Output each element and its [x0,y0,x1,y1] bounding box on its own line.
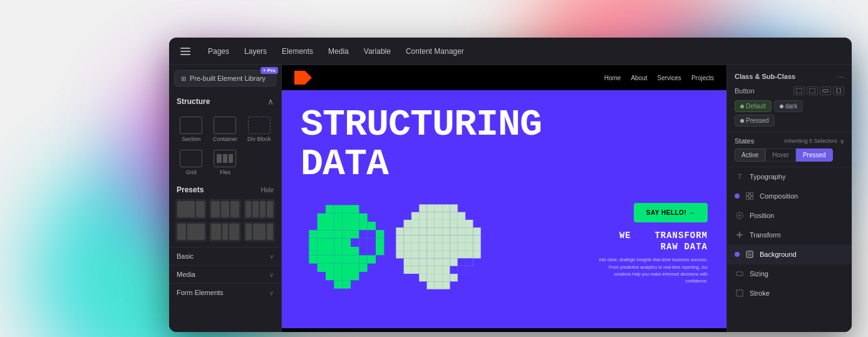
button-type-row: Button [735,86,844,95]
preset-item-1[interactable] [175,199,207,219]
structure-title: Structure [177,97,210,106]
structure-section-header[interactable]: Structure ∧ [169,91,281,111]
struct-item-grid[interactable]: Grid [175,147,207,178]
svg-rect-69 [368,247,376,255]
preset-col [245,201,252,217]
svg-rect-169 [837,88,840,93]
state-btn-hover[interactable]: Hover [765,148,796,162]
prop-stroke[interactable]: Stroke [727,284,852,303]
nav-item-variable[interactable]: Variable [358,44,397,58]
preset-col [260,201,266,217]
struct-item-flex[interactable]: Flex [209,147,240,178]
prop-typography-label: Typography [750,173,844,180]
svg-rect-44 [343,230,351,238]
prop-composition[interactable]: Composition [727,187,852,206]
class-tag-dark[interactable]: dark [774,100,803,112]
button-style-icon-2[interactable] [807,86,818,95]
cta-button[interactable]: SAY HELLO! → [634,203,708,222]
svg-rect-55 [351,255,359,263]
svg-rect-24 [318,239,326,247]
state-btn-active[interactable]: Active [735,148,765,162]
rp-options-button[interactable]: ··· [837,71,844,81]
app-window: Pages Layers Elements Media Variable Con… [169,38,852,332]
struct-section-label: Section [182,136,200,142]
media-section-header[interactable]: Media ∨ [169,266,281,283]
svg-rect-22 [318,222,326,230]
svg-rect-66 [359,239,367,247]
svg-rect-87 [411,266,419,274]
class-tag-default[interactable]: Default [735,100,772,112]
svg-rect-137 [435,266,442,274]
preset-col [253,224,266,240]
preset-col [267,224,273,240]
site-nav-link-about: About [631,75,647,81]
preset-col [211,224,221,240]
svg-rect-162 [450,266,457,274]
nav-item-layers[interactable]: Layers [238,44,273,58]
preset-item-4[interactable] [175,222,207,242]
svg-rect-153 [450,251,457,258]
struct-item-divblock[interactable]: Div Block [244,114,275,145]
prop-position[interactable]: Position [727,206,852,226]
svg-rect-150 [450,227,457,235]
prop-background[interactable]: Background [727,245,852,264]
button-style-icon-1[interactable] [793,86,805,95]
basic-section: Basic ∨ [169,247,281,265]
top-nav: Pages Layers Elements Media Variable Con… [169,38,852,65]
preset-item-5[interactable] [209,222,240,242]
nav-item-elements[interactable]: Elements [276,44,319,58]
presets-hide-button[interactable]: Hide [261,187,274,194]
form-elements-section-header[interactable]: Form Elements ∨ [169,284,281,301]
states-chevron-icon: ∨ [840,138,844,145]
right-panel: Class & Sub-Class ··· Button [726,65,852,332]
hamburger-icon[interactable] [177,43,194,60]
background-expand-dot [735,252,740,257]
class-tag-dark-label: dark [785,103,797,110]
svg-rect-51 [351,222,359,230]
svg-rect-104 [404,243,411,251]
prop-typography[interactable]: T Typography [727,167,852,187]
hero-title-line1: STRUCTURING [301,105,708,145]
svg-rect-120 [419,266,426,274]
struct-item-container[interactable]: Container [209,114,240,145]
preset-item-6[interactable] [244,222,275,242]
preset-item-2[interactable] [209,199,240,219]
svg-rect-39 [334,255,342,263]
svg-rect-68 [359,247,367,255]
class-tag-pressed-label: Pressed [746,117,769,124]
button-style-icon-3[interactable] [820,86,831,95]
class-tag-pressed[interactable]: Pressed [735,115,775,127]
svg-rect-17 [326,272,334,280]
presets-grid [169,197,281,247]
svg-rect-38 [334,247,342,255]
nav-item-media[interactable]: Media [322,44,355,58]
nav-item-content-manager[interactable]: Content Manager [400,44,470,58]
svg-rect-96 [465,243,473,251]
svg-rect-67 [368,239,376,247]
svg-rect-121 [427,212,435,220]
prebuilt-element-library-button[interactable]: ⊞ Pre-built Element Library + Pro [174,70,276,86]
svg-rect-70 [359,230,367,238]
prop-sizing[interactable]: Sizing [727,264,852,284]
hero-title: STRUCTURING DATA [282,90,726,184]
composition-expand-dot [735,194,740,199]
svg-rect-61 [359,255,367,263]
svg-rect-12 [368,255,376,263]
svg-rect-92 [450,274,457,281]
button-style-icon-4[interactable] [833,86,844,95]
class-tags-row: Default dark Pressed [735,100,844,127]
svg-rect-111 [411,251,419,258]
nav-item-pages[interactable]: Pages [202,44,235,58]
svg-rect-25 [318,247,326,255]
struct-item-section[interactable]: Section [175,114,207,145]
basic-section-header[interactable]: Basic ∨ [169,247,281,265]
svg-rect-14 [351,272,359,280]
svg-rect-166 [796,88,802,93]
svg-rect-112 [411,258,419,266]
svg-rect-33 [326,264,334,272]
prop-transform[interactable]: Transform [727,226,852,245]
state-btn-pressed[interactable]: Pressed [796,148,833,162]
preset-item-3[interactable] [244,199,275,219]
canvas-area[interactable]: Home About Services Projects STRUCTURING… [282,65,726,332]
website-preview: Home About Services Projects STRUCTURING… [282,65,726,332]
